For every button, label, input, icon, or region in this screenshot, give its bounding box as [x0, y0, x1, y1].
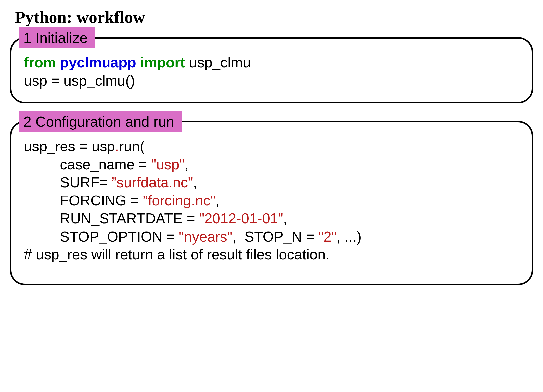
string-forcing: ”forcing.nc": [143, 192, 216, 208]
string-stopoption: "nyears": [179, 228, 232, 245]
string-stopn: "2": [318, 228, 336, 245]
code-l2a: case_name =: [24, 156, 151, 172]
keyword-import: import: [140, 54, 185, 70]
code-l1b: run(: [119, 138, 145, 154]
code-block-1: from pyclmuapp import usp_clmu usp = usp…: [24, 53, 519, 90]
section-initialize: 1 Initialize from pyclmuapp import usp_c…: [10, 37, 533, 103]
string-usp: "usp": [151, 156, 185, 172]
page-title: Python: workflow: [15, 7, 533, 27]
code-l4c: ,: [216, 192, 219, 208]
section-label-2: 2 Configuration and run: [19, 111, 182, 132]
code-l1dot: .: [115, 138, 119, 154]
code-l3a: SURF=: [24, 174, 112, 190]
keyword-from: from: [24, 54, 56, 70]
code-l2c: ,: [185, 156, 189, 172]
string-startdate: "2012-01-01": [199, 210, 283, 226]
code-block-2: usp_res = usp.run( case_name = "usp", SU…: [24, 137, 519, 264]
code-l6e: , ...): [337, 228, 362, 245]
string-surfdata: ”surfdata.nc": [112, 174, 193, 190]
code-line-2: usp = usp_clmu(): [24, 72, 135, 89]
code-l4a: FORCING =: [24, 192, 143, 208]
code-l3c: ,: [193, 174, 197, 190]
code-l6a: STOP_OPTION =: [24, 228, 179, 245]
code-l6c: , STOP_N =: [232, 228, 318, 245]
code-l1a: usp_res = usp: [24, 138, 115, 154]
module-name: pyclmuapp: [60, 54, 136, 70]
code-comment: # usp_res will return a list of result f…: [24, 246, 329, 262]
section-configuration-run: 2 Configuration and run usp_res = usp.ru…: [10, 121, 533, 285]
section-label-1: 1 Initialize: [19, 27, 95, 48]
code-l5a: RUN_STARTDATE =: [24, 210, 199, 226]
import-symbol: usp_clmu: [185, 54, 251, 70]
code-l5c: ,: [283, 210, 287, 226]
